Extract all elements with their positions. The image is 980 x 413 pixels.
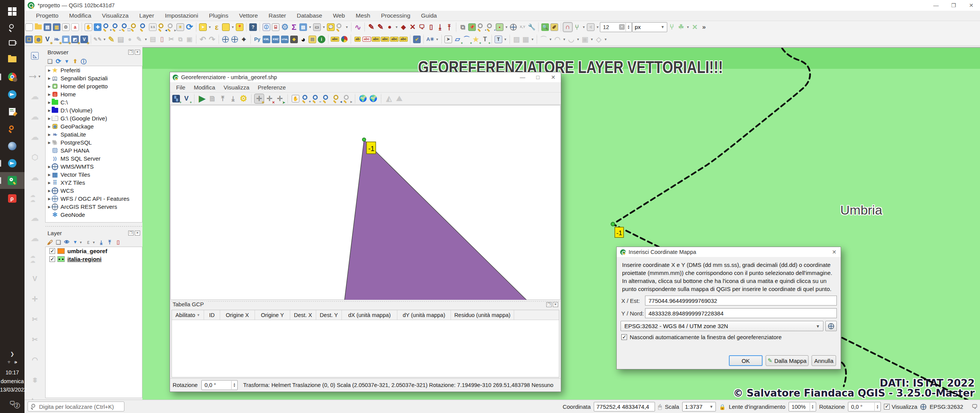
zoom-full-icon[interactable]: ⛶ (121, 23, 130, 32)
map-pencil-icon[interactable]: ✐ (550, 23, 559, 32)
sum-icon[interactable]: Σ (289, 23, 299, 32)
render-checkbox[interactable]: ✓ Visualizza (884, 403, 917, 410)
blob-gray1-icon[interactable]: ● (125, 35, 134, 44)
delete-point-icon[interactable]: ✛✕ (265, 94, 274, 103)
gcp-column-header[interactable]: Abilitato ▼ (172, 310, 204, 320)
log-messages-icon[interactable]: 🗨 (972, 403, 978, 410)
browser-item-icon[interactable] (52, 99, 58, 106)
browser-item-icon[interactable]: ❧ (52, 131, 58, 138)
geopackage-icon[interactable]: ◍ (34, 35, 43, 44)
curve-gray1-icon[interactable]: ⌒▾ (539, 35, 553, 44)
undo-icon[interactable]: ↶ (198, 35, 207, 44)
crs-picker-button[interactable] (825, 321, 837, 331)
text-bubble-icon[interactable]: T▾ (494, 35, 508, 44)
start-georeferencing-icon[interactable]: ▶ (198, 94, 207, 103)
panel-splitter[interactable] (45, 224, 142, 228)
topology-icon[interactable]: ⑂▾ (572, 23, 586, 32)
browser-close-button[interactable]: ✕ (135, 50, 140, 55)
zoom-in-icon[interactable]: + (102, 23, 111, 32)
crs-status-icon[interactable] (920, 404, 926, 410)
archive-icon[interactable]: ▤ (308, 35, 317, 44)
annotation-delete-icon[interactable]: ✕ (408, 23, 417, 32)
kml-icon[interactable]: KML (262, 35, 271, 44)
gcp-column-header[interactable]: Origine Y (255, 310, 290, 320)
taskbar-expand-icon[interactable]: ❯ (0, 349, 24, 358)
label-unit-select[interactable]: px▼ (632, 22, 667, 32)
clock-time[interactable]: 10:17 (0, 369, 24, 376)
digitize-blob-icon[interactable]: ☘▾ (676, 23, 690, 32)
browser-item[interactable]: ⟩⟩MS SQL Server (46, 154, 142, 163)
cancel-button[interactable]: Annulla (812, 355, 836, 366)
browser-item-icon[interactable]: ★ (52, 67, 58, 73)
gzoom-layer-icon[interactable] (322, 94, 331, 103)
pan-to-selection-icon[interactable]: ✚ (93, 23, 102, 32)
menu-guida[interactable]: Guida (416, 12, 442, 19)
zoom-layer-icon[interactable] (139, 23, 148, 32)
v-gray-icon[interactable]: V (30, 274, 39, 283)
lines-icon[interactable]: ⩨ (30, 376, 39, 385)
layer-float-button[interactable]: ❐ (128, 231, 134, 236)
redo-icon[interactable]: ↷ (207, 35, 217, 44)
ok-button[interactable]: OK (729, 355, 763, 366)
add-raster-icon[interactable]: ◩✳ (70, 35, 80, 44)
gcp-column-header[interactable]: dX (unità mappa) (342, 310, 397, 320)
processing-icon[interactable]: ⚙ (280, 23, 289, 32)
select-features-icon[interactable]: ➤▾ (198, 23, 212, 32)
blob-d-icon[interactable]: ☁ (30, 173, 39, 182)
irfanview-icon[interactable] (0, 120, 24, 137)
gcp-column-header[interactable]: Dest. Y (316, 310, 342, 320)
annotation-book-icon[interactable]: ▯ (426, 23, 436, 32)
menu-raster[interactable]: Raster (263, 12, 292, 19)
browser-item-icon[interactable]: ✻ (52, 211, 58, 218)
label-chart-icon[interactable] (340, 35, 349, 44)
y-north-field[interactable]: 4833328.8948999997228384 (645, 308, 837, 318)
copy-gray-icon[interactable]: ⧉ (176, 35, 185, 44)
label-pin-icon[interactable]: ab (353, 35, 362, 44)
layer-item[interactable]: italia-regioni (46, 255, 142, 263)
browser-item[interactable]: ▶★Preferiti (46, 66, 142, 74)
zoom-red-dot-icon[interactable]: • (477, 23, 486, 32)
gcp-column-header[interactable]: Origine X (220, 310, 255, 320)
zoom-native-icon[interactable]: 1:1 (148, 23, 157, 32)
measure-line-icon[interactable]: ⤍▾ (28, 72, 42, 81)
add-mesh-icon[interactable]: ▦✳ (61, 35, 70, 44)
copy-features-icon[interactable]: ⧉ (458, 23, 467, 32)
load-gcp-icon[interactable]: ⤒ (218, 94, 227, 103)
browser-item-icon[interactable] (52, 195, 58, 202)
georef-menu-modifica[interactable]: Modifica (189, 84, 219, 91)
scissors1-icon[interactable]: ✂ (30, 315, 39, 324)
pan-icon[interactable]: ✋ (291, 94, 300, 103)
rotation-field[interactable]: 0,0 °▲▼ (848, 402, 881, 411)
tracing-dots-icon[interactable]: ⁖▾ (586, 23, 600, 32)
menu-visualizza[interactable]: Visualizza (96, 12, 134, 19)
help-icon[interactable]: ? (248, 23, 258, 32)
trash-gray-icon[interactable]: ▯ (157, 35, 167, 44)
from-map-button[interactable]: ✎Dalla Mappa (766, 355, 808, 366)
darkmap-icon[interactable]: ◆ (289, 35, 299, 44)
browser-item[interactable]: ✻GeoNode (46, 211, 142, 219)
save-gcp-icon[interactable]: ⤓ (229, 94, 238, 103)
menu-web[interactable]: Web (328, 12, 351, 19)
snapping-magnet-icon[interactable]: ∩ (563, 23, 572, 32)
browser-item[interactable]: ▶◆Home del progetto (46, 82, 142, 90)
menu-impostazioni[interactable]: Impostazioni (160, 12, 204, 19)
link-qgis-georef-icon[interactable]: 🌍 (369, 94, 378, 103)
save-as-icon[interactable]: ▥ (52, 23, 61, 32)
annotation-pen2-icon[interactable]: ✎ (376, 23, 385, 32)
open-vector-icon[interactable]: V+ (182, 94, 191, 103)
paste-gray-icon[interactable]: ▣ (185, 35, 194, 44)
annotation-export-icon[interactable]: ⭱ (445, 23, 454, 32)
digitize-fork-icon[interactable]: ⑂ (667, 23, 676, 32)
attribute-table-icon[interactable]: ▤▾ (299, 23, 312, 32)
move-point-icon[interactable]: ✛➤ (275, 94, 284, 103)
annotation-import-icon[interactable]: ⭳ (436, 23, 445, 32)
scissors2-icon[interactable]: ✂ (30, 335, 39, 344)
collapse-all-icon[interactable]: ⬆ (72, 58, 78, 65)
curve-gray2-icon[interactable]: ◠▾ (553, 35, 567, 44)
gzoom-out-icon[interactable]: − (312, 94, 321, 103)
toolbar-overflow-icon[interactable]: » (699, 23, 709, 32)
gdal-script-icon[interactable]: 🗎 (208, 94, 217, 103)
globe-gray-icon[interactable] (509, 23, 518, 32)
georef-menu-preferenze[interactable]: Preferenze (253, 84, 290, 91)
menu-mesh[interactable]: Mesh (350, 12, 376, 19)
